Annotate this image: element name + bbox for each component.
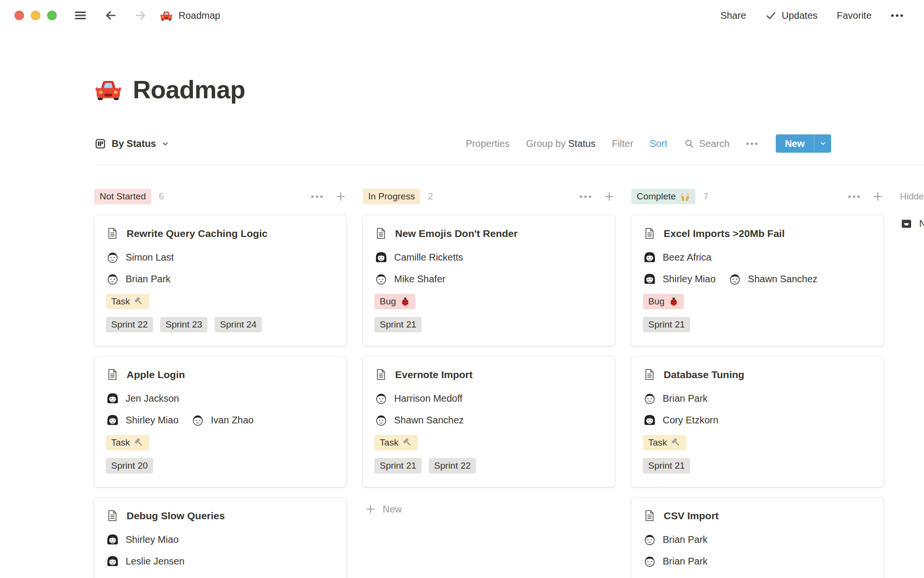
card-sprint-row: Sprint 22Sprint 23Sprint 24 <box>106 317 335 332</box>
page-title-text: Roadmap <box>133 75 245 104</box>
sidebar-menu-icon[interactable] <box>73 8 88 23</box>
person: Jen Jackson <box>106 392 179 405</box>
card-tag-row: Task <box>643 435 872 450</box>
hammer-emoji-icon <box>134 297 144 306</box>
card-person-row: Camille Ricketts <box>374 250 603 264</box>
plus-icon <box>365 503 376 515</box>
person-name: Shawn Sanchez <box>748 274 818 285</box>
card-title-row: Apple Login <box>106 368 335 381</box>
person: Ivan Zhao <box>191 413 254 427</box>
hammer-emoji-icon <box>134 438 144 447</box>
group-by-value: Status <box>568 138 596 149</box>
updates-button[interactable]: Updates <box>765 10 818 21</box>
column-add-card-icon[interactable] <box>872 191 884 202</box>
person: Mike Shafer <box>374 272 446 286</box>
card-tag-row: Bug <box>374 294 603 309</box>
favorite-button[interactable]: Favorite <box>837 10 872 21</box>
page-icon <box>106 227 119 240</box>
person-name: Jen Jackson <box>126 393 179 404</box>
card-person-row: Simon Last <box>106 250 335 264</box>
sprint-pill: Sprint 21 <box>374 458 422 473</box>
column-more-icon[interactable]: ••• <box>579 192 593 202</box>
tag-pill: Task <box>106 435 149 450</box>
hidden-group-no-status[interactable]: No Status <box>900 217 924 230</box>
card-title: Debug Slow Queries <box>127 510 225 522</box>
board-column: Not Started6••• Rewrite Query Caching Lo… <box>94 187 346 578</box>
person-name: Leslie Jensen <box>126 556 184 567</box>
tag-label: Task <box>380 437 398 448</box>
zoom-window-button[interactable] <box>47 11 57 20</box>
search-button[interactable]: Search <box>684 138 730 149</box>
toolbar-more-icon[interactable]: ••• <box>746 139 759 149</box>
card-sprint-row: Sprint 21 <box>374 317 603 332</box>
card-person-row: Shirley Miao Shawn Sanchez <box>643 272 872 286</box>
person: Brian Park <box>643 392 707 405</box>
page-title[interactable]: Roadmap <box>94 75 924 104</box>
column-more-icon[interactable]: ••• <box>848 192 861 202</box>
avatar-icon <box>106 272 119 286</box>
sprint-pill: Sprint 21 <box>643 317 690 332</box>
board-column: Complete 7••• Excel Imports >20Mb Fail B… <box>631 187 884 578</box>
share-button[interactable]: Share <box>720 10 746 21</box>
view-selector[interactable]: By Status <box>94 138 169 150</box>
close-window-button[interactable] <box>14 11 24 20</box>
avatar-icon <box>728 272 742 286</box>
card[interactable]: Excel Imports >20Mb Fail Beez Africa Shi… <box>631 215 884 346</box>
page-icon <box>374 227 387 240</box>
sort-button[interactable]: Sort <box>650 138 667 149</box>
person-name: Shirley Miao <box>126 415 179 426</box>
card[interactable]: Rewrite Query Caching Logic Simon Last B… <box>94 215 346 346</box>
card[interactable]: Debug Slow Queries Shirley Miao Leslie J… <box>94 498 346 578</box>
card-title-row: Debug Slow Queries <box>106 509 335 522</box>
column-status-badge[interactable]: Complete <box>631 189 695 204</box>
chevron-down-icon <box>161 140 169 148</box>
avatar-icon <box>374 250 388 264</box>
filter-button[interactable]: Filter <box>612 138 633 149</box>
column-status-badge[interactable]: In Progress <box>363 189 420 204</box>
card-person-row: Harrison Medoff <box>374 392 603 405</box>
card-person-row: Leslie Jensen <box>106 554 335 568</box>
column-header: Not Started6••• <box>94 187 346 206</box>
kanban-board: Not Started6••• Rewrite Query Caching Lo… <box>94 187 924 578</box>
column-add-card-icon[interactable] <box>603 191 615 202</box>
properties-button[interactable]: Properties <box>466 138 510 149</box>
card-title-row: Excel Imports >20Mb Fail <box>643 227 872 240</box>
sprint-pill: Sprint 23 <box>160 317 207 332</box>
card[interactable]: Apple Login Jen Jackson Shirley Miao Iva… <box>94 356 346 487</box>
column-more-icon[interactable]: ••• <box>311 192 324 202</box>
column-status-badge[interactable]: Not Started <box>94 189 151 204</box>
card[interactable]: CSV Import Brian Park Brian Park <box>631 498 884 578</box>
card[interactable]: New Emojis Don't Render Camille Ricketts… <box>363 215 615 346</box>
group-by-button[interactable]: Group by Status <box>526 138 596 149</box>
minimize-window-button[interactable] <box>31 11 40 20</box>
forward-arrow-icon[interactable] <box>134 9 147 22</box>
card-title: CSV Import <box>664 510 719 522</box>
breadcrumb[interactable]: Roadmap <box>160 9 220 22</box>
column-add-card-icon[interactable] <box>335 191 346 202</box>
person: Simon Last <box>106 250 174 264</box>
person: Shawn Sanchez <box>374 413 464 427</box>
page-icon <box>106 509 119 522</box>
person-name: Mike Shafer <box>394 274 446 285</box>
tag-label: Bug <box>648 296 665 307</box>
more-options-icon[interactable]: ••• <box>891 10 905 21</box>
card[interactable]: Database Tuning Brian Park Cory EtzkornT… <box>631 356 884 487</box>
person: Brian Park <box>643 554 707 568</box>
hidden-columns-panel: Hidden columns No Status <box>900 187 924 230</box>
new-button-chevron-icon[interactable] <box>814 134 831 153</box>
add-card-button[interactable]: New <box>363 503 615 515</box>
back-arrow-icon[interactable] <box>104 9 117 22</box>
card-title: Excel Imports >20Mb Fail <box>664 228 785 239</box>
person-name: Harrison Medoff <box>394 393 462 404</box>
hammer-emoji-icon <box>403 438 412 447</box>
card-person-row: Shirley Miao Ivan Zhao <box>106 413 335 427</box>
card-tag-row: Bug <box>643 294 872 309</box>
card[interactable]: Evernote Import Harrison Medoff Shawn Sa… <box>363 356 615 487</box>
card-title: New Emojis Don't Render <box>395 228 518 239</box>
card-person-row: Brian Park <box>643 533 872 546</box>
new-button[interactable]: New <box>776 134 831 153</box>
tag-pill: Bug <box>643 294 684 309</box>
column-card-count: 7 <box>703 191 708 202</box>
card-sprint-row: Sprint 21 <box>643 458 872 473</box>
card-title: Database Tuning <box>664 369 744 381</box>
